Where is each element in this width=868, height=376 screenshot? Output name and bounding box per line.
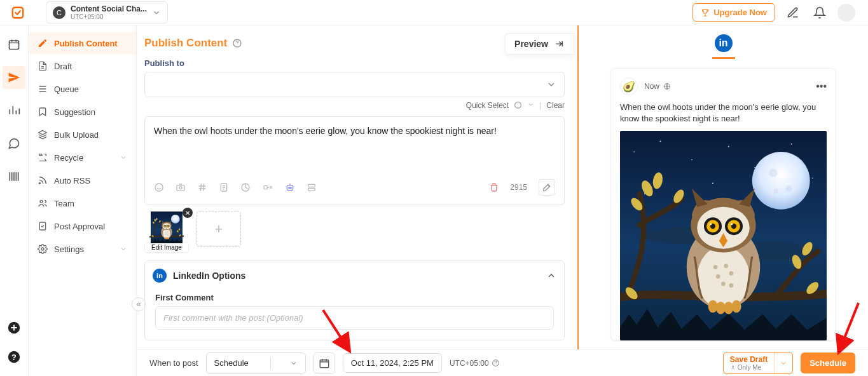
add-media-button[interactable]: + [196, 211, 241, 247]
remove-media-button[interactable]: ✕ [183, 208, 193, 218]
arrow-right-end-icon [553, 39, 565, 48]
svg-point-57 [515, 102, 521, 109]
workspace-name: Content Social Cha... [71, 4, 147, 13]
upgrade-button[interactable]: Upgrade Now [692, 3, 775, 22]
sidebar-item-draft[interactable]: Draft [29, 55, 136, 77]
preview-toggle[interactable]: Preview [505, 33, 574, 55]
schedule-datetime[interactable]: Oct 11, 2024, 2:25 PM [343, 353, 442, 373]
chevron-down-icon [290, 359, 298, 367]
linkedin-tab[interactable]: in [715, 34, 733, 52]
publish-to-label: Publish to [144, 58, 565, 68]
help-icon[interactable] [514, 101, 522, 109]
recycle-icon [38, 152, 48, 163]
analytics-icon[interactable] [240, 182, 251, 192]
svg-rect-67 [308, 184, 315, 187]
user-avatar[interactable] [837, 4, 855, 22]
help-icon[interactable] [232, 38, 242, 48]
hashtag-icon[interactable] [197, 182, 207, 192]
svg-point-52 [39, 183, 40, 184]
svg-point-60 [179, 187, 182, 189]
compose-icon[interactable] [784, 4, 802, 22]
sidebar-item-team[interactable]: Team [29, 192, 136, 215]
preview-time: Now [644, 82, 659, 91]
globe-icon [663, 83, 671, 90]
svg-rect-63 [264, 185, 267, 189]
chevron-down-icon [152, 8, 161, 17]
svg-point-66 [290, 187, 291, 189]
emoji-icon[interactable] [154, 182, 164, 192]
sidebar-item-recycle[interactable]: Recycle [29, 146, 136, 169]
person-icon [730, 365, 736, 370]
schedule-timezone: UTC+05:00 [450, 359, 500, 368]
save-draft-split[interactable] [774, 352, 792, 373]
sidebar-item-post-approval[interactable]: Post Approval [29, 215, 136, 238]
rail-calendar[interactable] [3, 33, 25, 56]
approval-icon [38, 221, 48, 231]
rail-conversations[interactable] [3, 132, 25, 155]
help-icon[interactable] [492, 359, 500, 367]
camera-icon[interactable] [176, 182, 186, 192]
workspace-selector[interactable]: C Content Social Cha... UTC+05:00 [46, 1, 168, 24]
svg-rect-70 [320, 359, 329, 367]
linkedin-options-toggle[interactable]: in LinkedIn Options [145, 261, 564, 290]
schedule-mode-select[interactable]: Schedule [206, 352, 306, 374]
rail-analytics[interactable] [3, 99, 25, 122]
chevron-down-icon [120, 245, 127, 253]
more-icon[interactable]: ••• [816, 81, 827, 92]
preview-avatar: 🥑 [620, 77, 638, 95]
post-textarea[interactable]: When the owl hoots under the moon's eeri… [154, 126, 555, 170]
svg-point-58 [155, 184, 163, 191]
layout-icon[interactable] [307, 182, 317, 192]
linkedin-icon: in [153, 269, 167, 283]
preview-column: in 🥑 Now ••• When the owl hoots under th… [579, 25, 868, 351]
linkedin-options-panel: in LinkedIn Options First Comment [144, 260, 565, 340]
rail-library[interactable] [3, 165, 25, 188]
svg-rect-59 [177, 185, 184, 191]
pencil-icon [38, 38, 48, 48]
sidebar-item-auto-rss[interactable]: Auto RSS [29, 169, 136, 192]
template-icon[interactable] [219, 182, 229, 192]
preview-card: 🥑 Now ••• When the owl hoots under the m… [610, 68, 836, 341]
save-draft-button[interactable]: Save Draft Only Me [723, 352, 793, 374]
layers-icon [38, 130, 48, 140]
sidebar-item-bulk-upload[interactable]: Bulk Upload [29, 123, 136, 146]
schedule-button[interactable]: Schedule [801, 352, 855, 373]
media-thumbnail[interactable]: ✕ Edit Image [144, 211, 189, 253]
when-to-post-label: When to post [149, 358, 198, 368]
ai-assist-button[interactable] [539, 179, 555, 196]
sidebar-item-publish-content[interactable]: Publish Content [29, 32, 136, 55]
sidebar: Publish Content Draft Queue Suggestion B… [29, 25, 137, 376]
team-icon [38, 198, 48, 208]
sidebar-item-suggestion[interactable]: Suggestion [29, 100, 136, 123]
ai-icon[interactable] [285, 182, 295, 192]
rss-icon [38, 175, 48, 185]
rail-publish[interactable] [3, 66, 25, 89]
clear-link[interactable]: Clear [546, 101, 565, 110]
topbar: C Content Social Cha... UTC+05:00 Upgrad… [0, 0, 868, 25]
main-column: Publish Content Publish to Quick Select … [137, 25, 579, 351]
queue-icon [38, 84, 48, 94]
svg-text:?: ? [11, 352, 17, 362]
sidebar-item-settings[interactable]: Settings [29, 238, 136, 260]
bell-icon[interactable] [811, 4, 829, 22]
footer-bar: When to post Schedule Oct 11, 2024, 2:25… [137, 349, 868, 376]
publish-to-selector[interactable] [144, 72, 565, 97]
app-logo[interactable] [8, 3, 28, 23]
quick-select-link[interactable]: Quick Select [466, 101, 509, 110]
edit-image-button[interactable]: Edit Image [144, 242, 189, 253]
rail-add[interactable] [3, 316, 25, 339]
trophy-icon [701, 8, 710, 17]
preview-image [620, 131, 827, 340]
trash-icon[interactable] [490, 183, 499, 192]
svg-point-55 [41, 248, 44, 250]
first-comment-input[interactable] [155, 306, 554, 330]
workspace-timezone: UTC+05:00 [71, 13, 147, 20]
svg-point-72 [732, 366, 733, 367]
plug-icon[interactable] [262, 182, 273, 192]
calendar-button[interactable] [313, 352, 335, 374]
page-title: Publish Content [144, 37, 227, 50]
rail-help[interactable]: ? [3, 346, 25, 368]
sidebar-item-queue[interactable]: Queue [29, 77, 136, 100]
preview-text: When the owl hoots under the moon's eeri… [620, 102, 827, 124]
gear-icon [38, 244, 48, 254]
